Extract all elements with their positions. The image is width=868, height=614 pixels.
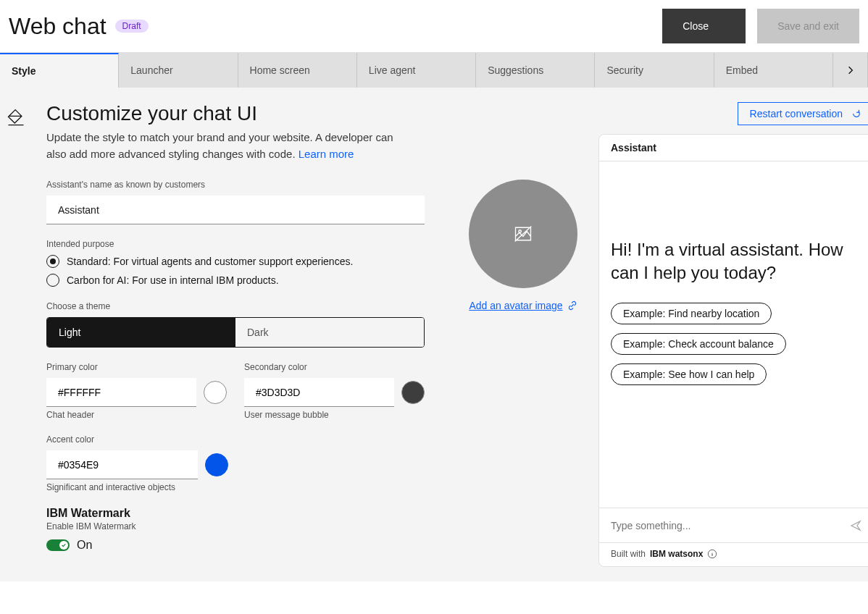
toggle-knob [59, 541, 68, 550]
restart-wrap: Restart conversation [598, 102, 868, 125]
tab-bar: Style Launcher Home screen Live agent Su… [0, 52, 868, 88]
tab-home-screen[interactable]: Home screen [238, 53, 357, 88]
watermark-toggle[interactable] [46, 539, 70, 551]
accent-color-helper: Significant and interactive objects [46, 482, 228, 492]
send-icon[interactable] [850, 520, 861, 531]
header-left: Web chat Draft [9, 13, 149, 40]
accent-color-label: Accent color [46, 434, 228, 445]
tab-launcher[interactable]: Launcher [119, 53, 238, 88]
section-description: Update the style to match your brand and… [46, 130, 409, 162]
secondary-color-swatch[interactable] [401, 381, 425, 404]
preview-column: Restart conversation Assistant Hi! I'm a… [598, 102, 868, 567]
paint-bucket-icon [6, 102, 29, 567]
add-avatar-link[interactable]: Add an avatar image [469, 300, 577, 311]
primary-color-input[interactable] [46, 378, 196, 407]
radio-checked-icon [46, 255, 59, 268]
section-body: Customize your chat UI Update the style … [46, 102, 581, 567]
theme-light-option[interactable]: Light [47, 318, 235, 347]
chat-footer: Built with IBM watsonx [599, 542, 868, 566]
no-image-icon [513, 224, 533, 244]
watermark-title: IBM Watermark [46, 507, 425, 520]
link-icon [567, 300, 577, 311]
chat-input-row [599, 508, 868, 542]
page-header: Web chat Draft Close Save and exit [0, 0, 868, 52]
purpose-standard-label: Standard: For virtual agents and custome… [67, 256, 353, 267]
info-icon[interactable] [707, 549, 717, 559]
secondary-color-field: Secondary color User message bubble [244, 362, 425, 420]
assistant-name-field: Assistant's name as known by customers [46, 180, 425, 224]
section-title: Customize your chat UI [46, 102, 581, 125]
add-avatar-label: Add an avatar image [469, 300, 562, 311]
footer-prefix: Built with [611, 549, 646, 559]
primary-color-helper: Chat header [46, 410, 227, 420]
tab-style[interactable]: Style [0, 53, 119, 88]
colors-row: Primary color Chat header Secondary colo… [46, 362, 425, 420]
footer-brand: IBM watsonx [650, 549, 703, 559]
suggestion-pill[interactable]: Example: Find nearby location [611, 303, 772, 324]
theme-switcher: Light Dark [46, 317, 425, 348]
radio-unchecked-icon [46, 274, 59, 287]
secondary-color-helper: User message bubble [244, 410, 425, 420]
chat-preview-header: Assistant [599, 135, 868, 161]
secondary-color-label: Secondary color [244, 362, 425, 372]
chat-text-input[interactable] [611, 520, 850, 531]
purpose-label: Intended purpose [46, 239, 425, 249]
content-area: Customize your chat UI Update the style … [0, 88, 868, 581]
primary-color-field: Primary color Chat header [46, 362, 227, 420]
tab-suggestions[interactable]: Suggestions [476, 53, 595, 88]
theme-dark-option[interactable]: Dark [235, 318, 424, 347]
primary-color-swatch[interactable] [204, 381, 227, 404]
purpose-field: Intended purpose Standard: For virtual a… [46, 239, 425, 287]
purpose-carbon-label: Carbon for AI: For use in internal IBM p… [67, 274, 279, 286]
primary-color-label: Primary color [46, 362, 227, 372]
assistant-name-label: Assistant's name as known by customers [46, 180, 425, 190]
suggestion-pill[interactable]: Example: Check account balance [611, 333, 786, 355]
accent-color-field: Accent color Significant and interactive… [46, 434, 228, 492]
secondary-color-input[interactable] [244, 378, 394, 407]
draft-badge: Draft [115, 20, 149, 33]
avatar-column: Add an avatar image [465, 180, 581, 566]
chat-preview-body: Hi! I'm a virtual assistant. How can I h… [599, 161, 868, 508]
watermark-desc: Enable IBM Watermark [46, 521, 425, 531]
chat-preview: Assistant Hi! I'm a virtual assistant. H… [598, 134, 868, 567]
close-button[interactable]: Close [662, 9, 746, 43]
restart-label: Restart conversation [750, 108, 843, 119]
restart-icon [851, 109, 861, 119]
form-main: Assistant's name as known by customers I… [46, 180, 425, 566]
suggestion-list: Example: Find nearby location Example: C… [611, 303, 861, 385]
tab-security[interactable]: Security [595, 53, 714, 88]
form-row: Assistant's name as known by customers I… [46, 180, 581, 566]
watermark-field: IBM Watermark Enable IBM Watermark On [46, 507, 425, 552]
page-title: Web chat [9, 13, 107, 40]
tab-embed[interactable]: Embed [714, 53, 833, 88]
header-actions: Close Save and exit [662, 9, 859, 43]
watermark-toggle-row: On [46, 539, 425, 552]
theme-label: Choose a theme [46, 301, 425, 311]
purpose-standard-radio[interactable]: Standard: For virtual agents and custome… [46, 255, 425, 268]
purpose-carbon-radio[interactable]: Carbon for AI: For use in internal IBM p… [46, 274, 425, 287]
suggestion-pill[interactable]: Example: See how I can help [611, 363, 767, 385]
tab-scroll-right[interactable] [833, 53, 868, 88]
avatar-placeholder [469, 180, 577, 288]
restart-conversation-button[interactable]: Restart conversation [738, 102, 868, 125]
chevron-right-icon [845, 64, 856, 76]
accent-color-input[interactable] [46, 450, 198, 479]
assistant-name-input[interactable] [46, 195, 425, 224]
purpose-radio-group: Standard: For virtual agents and custome… [46, 255, 425, 287]
tab-live-agent[interactable]: Live agent [357, 53, 476, 88]
left-column: Customize your chat UI Update the style … [6, 102, 581, 567]
svg-point-0 [519, 230, 522, 233]
save-exit-button[interactable]: Save and exit [757, 9, 859, 43]
checkmark-icon [61, 542, 67, 548]
welcome-message: Hi! I'm a virtual assistant. How can I h… [611, 238, 861, 285]
accent-color-swatch[interactable] [205, 453, 228, 476]
toggle-label: On [77, 539, 92, 552]
learn-more-link[interactable]: Learn more [299, 148, 354, 160]
theme-field: Choose a theme Light Dark [46, 301, 425, 348]
